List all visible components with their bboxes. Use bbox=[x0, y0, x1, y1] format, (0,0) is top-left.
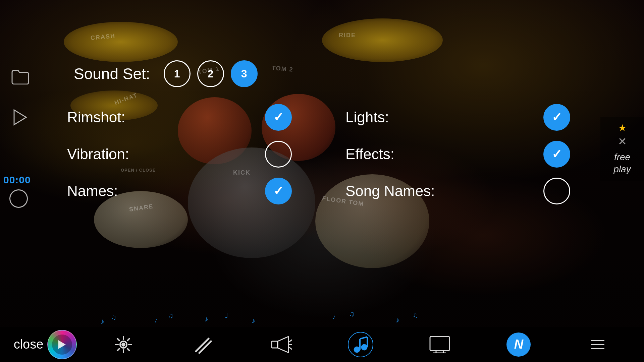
music-note-9: ♫ bbox=[349, 310, 355, 318]
svg-point-1 bbox=[121, 343, 125, 347]
star-icon: ★ bbox=[618, 122, 627, 133]
sound-set-btn-2[interactable]: 2 bbox=[197, 60, 224, 87]
left-sidebar bbox=[10, 67, 30, 127]
rimshot-toggle[interactable]: ✓ bbox=[265, 104, 292, 131]
hamburger-line-2 bbox=[591, 344, 604, 345]
play-button[interactable] bbox=[10, 107, 30, 127]
sound-set-row: Sound Set: 1 2 3 bbox=[54, 60, 590, 87]
n-icon-button[interactable]: N bbox=[479, 327, 558, 362]
songnames-row: Song Names: bbox=[345, 178, 590, 204]
ride-cymbal bbox=[322, 18, 443, 62]
sound-set-btn-3[interactable]: 3 bbox=[231, 60, 258, 87]
music-note-4: ♫ bbox=[168, 311, 173, 320]
free-play-label: free play bbox=[613, 151, 631, 176]
music-note-3: ♪ bbox=[154, 316, 158, 324]
lights-check-icon: ✓ bbox=[552, 111, 562, 123]
hamburger-icon bbox=[591, 340, 604, 349]
names-row: Names: ✓ bbox=[67, 178, 312, 204]
svg-line-12 bbox=[360, 337, 367, 339]
close-button[interactable]: close bbox=[7, 327, 50, 362]
effects-label: Effects: bbox=[345, 146, 394, 163]
sound-set-btn-1[interactable]: 1 bbox=[164, 60, 191, 87]
svg-rect-13 bbox=[430, 337, 449, 351]
drumsticks-button[interactable] bbox=[163, 327, 242, 362]
n-icon: N bbox=[506, 333, 531, 357]
folder-button[interactable] bbox=[10, 67, 30, 87]
hamburger-line-1 bbox=[591, 340, 604, 341]
free-play-area[interactable]: ★ ✕ free play bbox=[600, 117, 644, 181]
record-button[interactable] bbox=[9, 189, 28, 208]
music-note-11: ♫ bbox=[413, 311, 418, 320]
settings-grid: Rimshot: ✓ Vibration: Names: ✓ Lights: bbox=[54, 104, 590, 204]
sound-set-label: Sound Set: bbox=[74, 65, 150, 83]
music-note-10: ♪ bbox=[396, 316, 399, 324]
close-label: close bbox=[14, 337, 44, 352]
play-free-inner bbox=[52, 335, 72, 355]
names-label: Names: bbox=[67, 183, 118, 199]
songnames-label: Song Names: bbox=[345, 183, 435, 199]
lights-toggle[interactable]: ✓ bbox=[543, 104, 570, 131]
lights-row: Lights: ✓ bbox=[345, 104, 590, 131]
music-note-6: ♩ bbox=[225, 311, 228, 320]
music-player-button[interactable] bbox=[321, 327, 400, 362]
drumsticks-icon bbox=[193, 335, 213, 355]
svg-point-9 bbox=[361, 344, 367, 350]
vibration-toggle[interactable] bbox=[265, 141, 292, 168]
songnames-toggle[interactable] bbox=[543, 178, 570, 204]
rimshot-label: Rimshot: bbox=[67, 109, 125, 126]
music-note-icon bbox=[353, 336, 368, 353]
left-settings-col: Rimshot: ✓ Vibration: Names: ✓ bbox=[67, 104, 312, 204]
right-settings-col: Lights: ✓ Effects: ✓ Song Names: bbox=[345, 104, 590, 204]
music-note-7: ♪ bbox=[252, 316, 255, 325]
music-note-1: ♪ bbox=[101, 317, 104, 326]
names-toggle[interactable]: ✓ bbox=[265, 178, 292, 204]
crash-cymbal bbox=[64, 22, 178, 62]
rimshot-check-icon: ✓ bbox=[273, 111, 283, 123]
timer-display: 00:00 bbox=[3, 174, 31, 186]
vibration-row: Vibration: bbox=[67, 141, 312, 168]
play-for-free-button[interactable] bbox=[50, 327, 84, 362]
screen-icon bbox=[429, 336, 450, 353]
effects-row: Effects: ✓ bbox=[345, 141, 590, 168]
music-note-8: ♪ bbox=[332, 312, 336, 321]
lights-label: Lights: bbox=[345, 109, 389, 126]
hamburger-line-3 bbox=[591, 348, 604, 349]
bottom-toolbar: close bbox=[0, 327, 644, 362]
names-check-icon: ✓ bbox=[273, 185, 283, 197]
play-for-free-logo bbox=[47, 330, 77, 359]
svg-point-8 bbox=[354, 347, 360, 353]
svg-rect-4 bbox=[272, 341, 278, 348]
music-note-5: ♪ bbox=[205, 315, 208, 323]
screen-button[interactable] bbox=[400, 327, 479, 362]
svg-line-7 bbox=[289, 347, 292, 349]
ride-label: RIDE bbox=[339, 32, 356, 39]
settings-panel: Sound Set: 1 2 3 Rimshot: ✓ Vibration: N… bbox=[54, 60, 590, 204]
music-player-active-circle bbox=[348, 332, 373, 357]
close-x-icon: ✕ bbox=[618, 135, 627, 148]
effects-check-icon: ✓ bbox=[552, 148, 562, 160]
sound-set-buttons: 1 2 3 bbox=[164, 60, 258, 87]
effects-toggle[interactable]: ✓ bbox=[543, 141, 570, 168]
vibration-label: Vibration: bbox=[67, 146, 129, 163]
rimshot-row: Rimshot: ✓ bbox=[67, 104, 312, 131]
play-free-arrow-icon bbox=[58, 340, 66, 350]
gear-icon bbox=[114, 335, 133, 354]
settings-gear-button[interactable] bbox=[84, 327, 163, 362]
menu-button[interactable] bbox=[558, 327, 637, 362]
music-note-2: ♫ bbox=[111, 313, 116, 322]
megaphone-icon bbox=[271, 335, 292, 354]
megaphone-button[interactable] bbox=[242, 327, 321, 362]
svg-line-5 bbox=[289, 340, 292, 342]
